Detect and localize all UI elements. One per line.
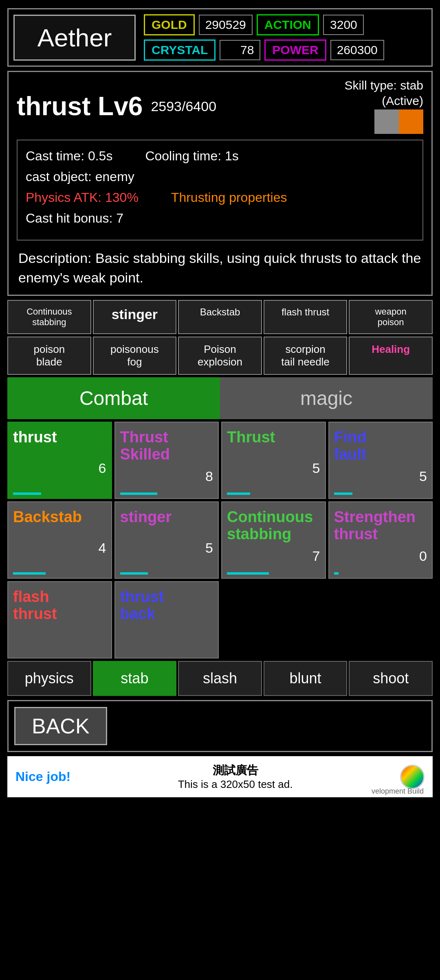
ad-desc: This is a 320x50 test ad. <box>178 778 293 791</box>
cast-object-row: cast object: enemy <box>26 169 414 184</box>
skill-card-name-2: Thrust <box>227 429 320 446</box>
quick-btn-7[interactable]: Poisonexplosion <box>178 337 262 375</box>
skill-card-level-6: 7 <box>227 548 320 564</box>
crystal-row: CRYSTAL 78 POWER 260300 <box>144 39 427 61</box>
skill-card-thrust-back[interactable]: thrustback <box>114 581 219 658</box>
quick-bar-1: Continuousstabbing stinger Backstab flas… <box>7 300 433 334</box>
back-section: BACK <box>7 700 433 752</box>
crystal-value: 78 <box>220 40 260 60</box>
skill-card-name-5: stinger <box>120 509 213 526</box>
skill-card-level-2: 5 <box>227 460 320 476</box>
skill-card-name-8: flashthrust <box>13 588 106 623</box>
skill-card-find-fault[interactable]: Findfault 5 <box>328 422 433 499</box>
power-value: 260300 <box>330 40 384 60</box>
quick-bar-2: poisonblade poisonousfog Poisonexplosion… <box>7 337 433 375</box>
hit-bonus-row: Cast hit bonus: 7 <box>26 211 414 226</box>
skill-card-thrust[interactable]: thrust 6 <box>7 422 112 499</box>
skill-description: Description: Basic stabbing skills, usin… <box>17 245 423 291</box>
ad-icon <box>400 765 425 789</box>
ad-content: 測試廣告 This is a 320x50 test ad. <box>79 763 392 791</box>
skill-card-bar-0 <box>13 492 41 495</box>
ad-nice-text: Nice job! <box>15 769 70 784</box>
physics-atk: Physics ATK: 130% <box>26 190 139 205</box>
quick-btn-2[interactable]: Backstab <box>178 300 262 334</box>
skill-card-level-0: 6 <box>13 460 106 476</box>
type-btn-shoot[interactable]: shoot <box>349 661 433 696</box>
skill-card-bar-1 <box>120 492 157 495</box>
tab-combat[interactable]: Combat <box>7 377 220 419</box>
skill-type-block: Skill type: stab (Active) <box>345 79 423 134</box>
skill-card-level-1: 8 <box>120 468 213 484</box>
cooling-time: Cooling time: 1s <box>145 149 238 164</box>
skill-card-thrust-skilled[interactable]: ThrustSkilled 8 <box>114 422 219 499</box>
skill-card-level-4: 4 <box>13 540 106 556</box>
ad-banner: Nice job! 測試廣告 This is a 320x50 test ad.… <box>7 756 433 797</box>
skill-card-level-7: 0 <box>334 548 427 564</box>
type-btn-physics[interactable]: physics <box>7 661 91 696</box>
skill-title-row: thrust Lv6 2593/6400 Skill type: stab (A… <box>17 79 423 134</box>
skill-card-name-1: ThrustSkilled <box>120 429 213 463</box>
quick-btn-0[interactable]: Continuousstabbing <box>7 300 91 334</box>
quick-btn-1[interactable]: stinger <box>93 300 177 334</box>
tab-row: Combat magic <box>7 377 433 419</box>
quick-btn-3[interactable]: flash thrust <box>264 300 348 334</box>
quick-btn-8[interactable]: scorpiontail needle <box>264 337 348 375</box>
ad-dev-label: velopment Build <box>372 787 424 796</box>
skill-card-thrust2[interactable]: Thrust 5 <box>221 422 326 499</box>
skill-card-bar-6 <box>227 572 269 575</box>
cast-cooling-row: Cast time: 0.5s Cooling time: 1s <box>26 149 414 164</box>
skill-grid: thrust 6 ThrustSkilled 8 Thrust 5 Findfa… <box>7 422 433 658</box>
skill-card-bar-5 <box>120 572 148 575</box>
skill-card-stinger[interactable]: stinger 5 <box>114 501 219 579</box>
skill-card-name-0: thrust <box>13 429 106 446</box>
app-title: Aether <box>13 15 136 61</box>
quick-btn-9[interactable]: Healing <box>349 337 433 375</box>
skill-card-name-6: Continuousstabbing <box>227 509 320 543</box>
skill-card-bar-4 <box>13 572 46 575</box>
skill-card-name-9: thrustback <box>120 588 213 623</box>
quick-btn-5[interactable]: poisonblade <box>7 337 91 375</box>
type-filter-bar: physics stab slash blunt shoot <box>7 661 433 696</box>
quick-btn-4[interactable]: weaponpoison <box>349 300 433 334</box>
type-btn-blunt[interactable]: blunt <box>264 661 348 696</box>
skill-card-name-7: Strengthenthrust <box>334 509 427 543</box>
skill-exp: 2593/6400 <box>151 98 216 114</box>
type-btn-stab[interactable]: stab <box>93 661 177 696</box>
crystal-label: CRYSTAL <box>144 39 216 61</box>
back-button[interactable]: BACK <box>14 707 107 745</box>
action-value: 3200 <box>323 15 364 35</box>
skill-color-right <box>399 109 423 134</box>
skill-details: Cast time: 0.5s Cooling time: 1s cast ob… <box>17 140 423 241</box>
header-stats: GOLD 290529 ACTION 3200 CRYSTAL 78 POWER… <box>144 14 427 61</box>
action-label: ACTION <box>257 14 319 35</box>
cast-time: Cast time: 0.5s <box>26 149 112 164</box>
skill-card-bar-7 <box>334 572 339 575</box>
skill-name: thrust Lv6 <box>17 91 143 121</box>
skill-panel: thrust Lv6 2593/6400 Skill type: stab (A… <box>7 71 433 296</box>
ad-title: 測試廣告 <box>213 763 258 778</box>
gold-label: GOLD <box>144 14 195 35</box>
type-btn-slash[interactable]: slash <box>178 661 262 696</box>
skill-card-strengthen-thrust[interactable]: Strengthenthrust 0 <box>328 501 433 579</box>
skill-color-box <box>374 109 423 134</box>
skill-card-continuous-stabbing[interactable]: Continuousstabbing 7 <box>221 501 326 579</box>
skill-card-bar-3 <box>334 492 353 495</box>
skill-card-level-3: 5 <box>334 468 427 484</box>
atk-prop-row: Physics ATK: 130% Thrusting properties <box>26 190 414 205</box>
skill-type-label: Skill type: stab <box>345 79 423 92</box>
skill-type-status: (Active) <box>382 94 423 108</box>
header: Aether GOLD 290529 ACTION 3200 CRYSTAL 7… <box>7 8 433 67</box>
tab-magic[interactable]: magic <box>220 377 433 419</box>
quick-btn-6[interactable]: poisonousfog <box>93 337 177 375</box>
skill-card-name-3: Findfault <box>334 429 427 463</box>
power-label: POWER <box>264 39 326 61</box>
gold-row: GOLD 290529 ACTION 3200 <box>144 14 427 35</box>
thrust-properties: Thrusting properties <box>171 190 287 205</box>
skill-color-left <box>374 109 399 134</box>
skill-card-flash-thrust[interactable]: flashthrust <box>7 581 112 658</box>
skill-card-backstab[interactable]: Backstab 4 <box>7 501 112 579</box>
gold-value: 290529 <box>199 15 253 35</box>
skill-card-bar-2 <box>227 492 250 495</box>
skill-card-level-5: 5 <box>120 540 213 556</box>
skill-card-name-4: Backstab <box>13 509 106 526</box>
